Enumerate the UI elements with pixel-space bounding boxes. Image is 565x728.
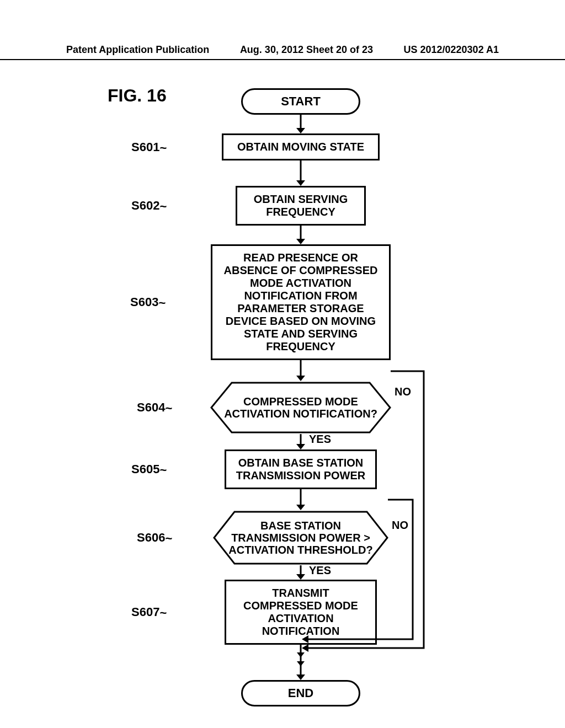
terminator-end: END [241, 680, 360, 706]
process-s602: OBTAIN SERVING FREQUENCY [236, 186, 366, 226]
arrow-down-icon [295, 115, 306, 133]
branch-yes-s606: YES [309, 564, 331, 577]
step-label-s601: S601~ [131, 140, 178, 154]
decision-s604: COMPRESSED MODE ACTIVATION NOTIFICATION? [210, 381, 392, 434]
step-label-s603: S603~ [130, 295, 177, 309]
header-left: Patent Application Publication [66, 44, 209, 56]
svg-marker-1 [296, 128, 305, 133]
process-s607: TRANSMIT COMPRESSED MODE ACTIVATION NOTI… [225, 580, 377, 645]
arrow-down-icon [295, 645, 306, 680]
arrow-down-icon [295, 360, 306, 381]
step-label-s605: S605~ [131, 462, 178, 477]
figure-title: FIG. 16 [108, 85, 167, 106]
step-label-s604: S604~ [137, 400, 183, 415]
start-label: START [281, 94, 321, 108]
arrow-down-icon [295, 489, 306, 510]
branch-no-s606: NO [392, 519, 408, 532]
process-s601: OBTAIN MOVING STATE [222, 133, 380, 160]
header-right: US 2012/0220302 A1 [404, 44, 499, 56]
svg-marker-3 [296, 180, 305, 186]
flowchart: START S601~ OBTAIN MOVING STATE S602~ [171, 88, 430, 706]
arrow-down-icon [295, 226, 306, 244]
decision-s606: BASE STATION TRANSMISSION POWER > ACTIVA… [212, 510, 389, 565]
svg-marker-12 [296, 505, 305, 510]
svg-marker-5 [296, 239, 305, 244]
header-center: Aug. 30, 2012 Sheet 20 of 23 [240, 44, 373, 56]
end-label: END [288, 686, 313, 700]
step-label-s607: S607~ [131, 605, 178, 619]
process-s605: OBTAIN BASE STATION TRANSMISSION POWER [225, 449, 377, 489]
arrow-down-icon [295, 565, 306, 580]
svg-marker-17 [297, 652, 305, 657]
branch-no-s604: NO [395, 386, 411, 398]
page-header: Patent Application Publication Aug. 30, … [0, 44, 565, 60]
terminator-start: START [241, 88, 360, 115]
page: Patent Application Publication Aug. 30, … [0, 0, 565, 728]
arrow-down-icon [295, 160, 306, 186]
svg-marker-19 [296, 675, 305, 680]
step-label-s602: S602~ [131, 199, 178, 213]
svg-marker-15 [296, 574, 305, 580]
step-label-s606: S606~ [137, 531, 183, 545]
svg-marker-10 [296, 444, 305, 449]
branch-yes-s604: YES [309, 433, 331, 446]
arrow-down-icon [295, 434, 306, 449]
svg-marker-7 [296, 376, 305, 381]
svg-marker-18 [297, 661, 305, 666]
process-s603: READ PRESENCE OR ABSENCE OF COMPRESSED M… [211, 244, 391, 360]
